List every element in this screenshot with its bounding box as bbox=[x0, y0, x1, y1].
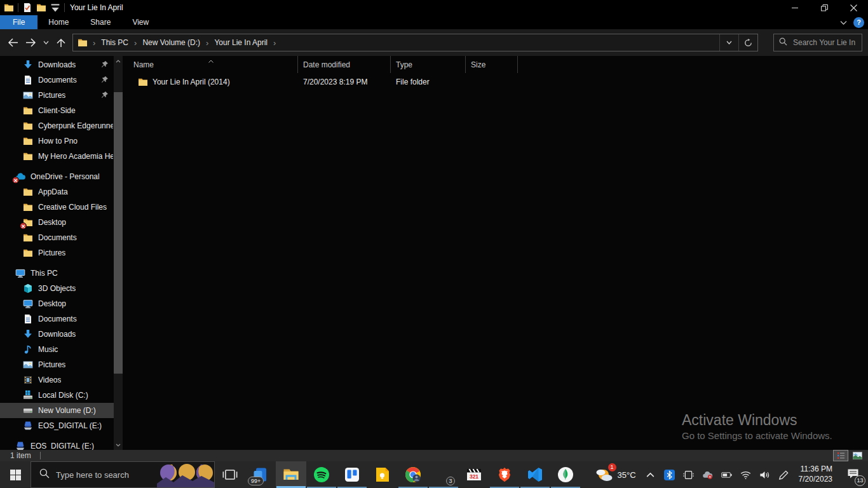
sidebar-item-pictures[interactable]: Pictures bbox=[0, 357, 114, 372]
tray-wireless-display[interactable] bbox=[681, 465, 697, 484]
sidebar-item-appdata[interactable]: AppData bbox=[0, 184, 114, 200]
sidebar-item-videos[interactable]: Videos bbox=[0, 372, 114, 388]
column-header-type[interactable]: Type bbox=[391, 56, 466, 73]
explorer-search-input[interactable] bbox=[793, 38, 857, 47]
column-header-label: Date modified bbox=[303, 60, 350, 69]
breadcrumb-item-this-pc[interactable]: This PC bbox=[98, 38, 132, 47]
breadcrumb-chevron-icon[interactable]: › bbox=[271, 39, 278, 47]
breadcrumb-item-new-volume-d[interactable]: New Volume (D:) bbox=[139, 38, 203, 47]
taskbar-app-whatsapp[interactable]: 3 bbox=[428, 461, 459, 488]
sidebar-item-label: Creative Cloud Files bbox=[38, 203, 107, 212]
sidebar-item-cyberpunk-edgerunners[interactable]: Cyberpunk Edgerunners bbox=[0, 118, 114, 133]
breadcrumb-item-your-lie-in-april[interactable]: Your Lie In April bbox=[211, 38, 271, 47]
sidebar-item-eos-digital-e[interactable]: EOS_DIGITAL (E:) bbox=[0, 418, 114, 433]
sidebar-item-downloads[interactable]: Downloads bbox=[0, 327, 114, 342]
taskbar-app-file-explorer[interactable] bbox=[276, 461, 306, 488]
tab-home[interactable]: Home bbox=[37, 15, 79, 29]
status-divider bbox=[40, 452, 41, 459]
clock-date: 7/20/2023 bbox=[799, 475, 832, 485]
taskbar-app-brave[interactable] bbox=[489, 461, 520, 488]
sidebar-item-music[interactable]: Music bbox=[0, 342, 114, 357]
sidebar-item-desktop[interactable]: ✕Desktop bbox=[0, 215, 114, 230]
column-header-name[interactable]: Name bbox=[124, 56, 298, 73]
sidebar-item-documents[interactable]: Documents bbox=[0, 72, 114, 88]
explorer-search-box[interactable] bbox=[773, 34, 862, 51]
tab-file[interactable]: File bbox=[0, 15, 37, 29]
tray-windows-ink[interactable] bbox=[776, 465, 792, 484]
taskbar-app-vscode[interactable] bbox=[520, 461, 550, 488]
column-header-size[interactable]: Size bbox=[466, 56, 518, 73]
monitor-icon bbox=[23, 299, 33, 309]
minimize-button[interactable] bbox=[780, 0, 810, 15]
cube-icon bbox=[23, 283, 33, 294]
scroll-down-arrow[interactable] bbox=[114, 440, 123, 450]
taskbar-clock[interactable]: 11:36 PM 7/20/2023 bbox=[799, 464, 832, 484]
properties-button[interactable] bbox=[22, 3, 32, 13]
sidebar-item-eos-digital-e[interactable]: EOS_DIGITAL (E:) bbox=[0, 438, 114, 450]
taskbar-app-your-phone[interactable]: 99+ bbox=[245, 461, 276, 488]
taskbar-app-spotify[interactable] bbox=[306, 461, 337, 488]
tray-battery[interactable] bbox=[719, 465, 735, 484]
thumbnail-view-button[interactable] bbox=[850, 451, 864, 461]
tray-hidden-icons[interactable] bbox=[642, 465, 659, 484]
sidebar-item-label: OneDrive - Personal bbox=[31, 172, 100, 181]
sidebar-item-3d-objects[interactable]: 3D Objects bbox=[0, 281, 114, 296]
taskbar-app-google-keep[interactable] bbox=[367, 461, 398, 488]
action-center-button[interactable]: 13 bbox=[839, 461, 867, 488]
sidebar-item-my-hero-academia-her[interactable]: My Hero Academia Her bbox=[0, 149, 114, 164]
sidebar-item-desktop[interactable]: Desktop bbox=[0, 296, 114, 311]
tray-wifi[interactable] bbox=[738, 465, 754, 484]
collapse-ribbon-button[interactable] bbox=[840, 17, 847, 28]
sidebar-item-local-disk-c[interactable]: Local Disk (C:) bbox=[0, 388, 114, 403]
scrollbar-thumb[interactable] bbox=[114, 92, 123, 374]
tray-bluetooth[interactable] bbox=[661, 465, 678, 484]
sidebar-item-documents[interactable]: Documents bbox=[0, 230, 114, 245]
taskbar-app-chrome[interactable] bbox=[398, 461, 428, 488]
taskbar-search-box[interactable] bbox=[31, 461, 215, 488]
taskbar-app-mpc-hc[interactable]: 321 bbox=[459, 461, 489, 488]
sidebar-item-this-pc[interactable]: This PC bbox=[0, 266, 114, 281]
taskbar-app-trello[interactable] bbox=[337, 461, 367, 488]
sidebar-item-new-volume-d[interactable]: New Volume (D:) bbox=[0, 403, 114, 418]
help-button[interactable]: ? bbox=[853, 17, 864, 28]
sidebar-item-label: Cyberpunk Edgerunners bbox=[38, 121, 113, 130]
scroll-up-arrow[interactable] bbox=[114, 56, 123, 66]
weather-widget[interactable]: 1 35°C bbox=[592, 461, 641, 488]
recent-locations-dropdown[interactable] bbox=[39, 34, 52, 51]
music-icon bbox=[23, 344, 33, 355]
refresh-button[interactable] bbox=[738, 34, 757, 51]
sidebar-item-creative-cloud-files[interactable]: Creative Cloud Files bbox=[0, 200, 114, 215]
breadcrumb-chevron-icon[interactable]: › bbox=[203, 39, 211, 47]
address-history-dropdown[interactable] bbox=[719, 34, 738, 51]
file-row[interactable]: Your Lie In April (2014)7/20/2023 8:19 P… bbox=[124, 75, 868, 89]
titlebar-separator bbox=[18, 3, 18, 12]
column-header-date-modified[interactable]: Date modified bbox=[298, 56, 391, 73]
address-bar[interactable]: ›This PC›New Volume (D:)›Your Lie In Apr… bbox=[72, 34, 758, 51]
close-button[interactable] bbox=[839, 0, 868, 15]
breadcrumb-chevron-icon[interactable]: › bbox=[132, 39, 139, 47]
taskbar-search-input[interactable] bbox=[56, 470, 214, 480]
sidebar-item-documents[interactable]: Documents bbox=[0, 311, 114, 327]
taskbar-app-mongodb[interactable] bbox=[550, 461, 581, 488]
qat-menu-button[interactable] bbox=[50, 3, 60, 13]
sidebar-item-client-side[interactable]: Client-Side bbox=[0, 103, 114, 118]
sidebar-item-how-to-pno[interactable]: How to Pno bbox=[0, 133, 114, 149]
up-button[interactable] bbox=[52, 34, 70, 51]
tray-volume[interactable] bbox=[757, 465, 773, 484]
tab-share[interactable]: Share bbox=[79, 15, 121, 29]
sidebar-item-pictures[interactable]: Pictures bbox=[0, 245, 114, 261]
forward-button[interactable] bbox=[22, 34, 39, 51]
taskbar-app-task-view[interactable] bbox=[215, 461, 245, 488]
tray-onedrive-status[interactable] bbox=[700, 465, 716, 484]
sidebar-item-downloads[interactable]: Downloads bbox=[0, 57, 114, 72]
back-button[interactable] bbox=[4, 34, 22, 51]
start-button[interactable] bbox=[0, 461, 31, 488]
tab-view[interactable]: View bbox=[121, 15, 159, 29]
details-view-button[interactable] bbox=[834, 451, 848, 461]
sidebar-item-pictures[interactable]: Pictures bbox=[0, 88, 114, 103]
sidebar-scrollbar[interactable] bbox=[114, 56, 123, 450]
sidebar-item-onedrive-personal[interactable]: ✕OneDrive - Personal bbox=[0, 169, 114, 184]
restore-button[interactable] bbox=[810, 0, 839, 15]
breadcrumb-chevron-icon[interactable]: › bbox=[90, 39, 98, 47]
new-folder-button[interactable] bbox=[36, 3, 46, 13]
